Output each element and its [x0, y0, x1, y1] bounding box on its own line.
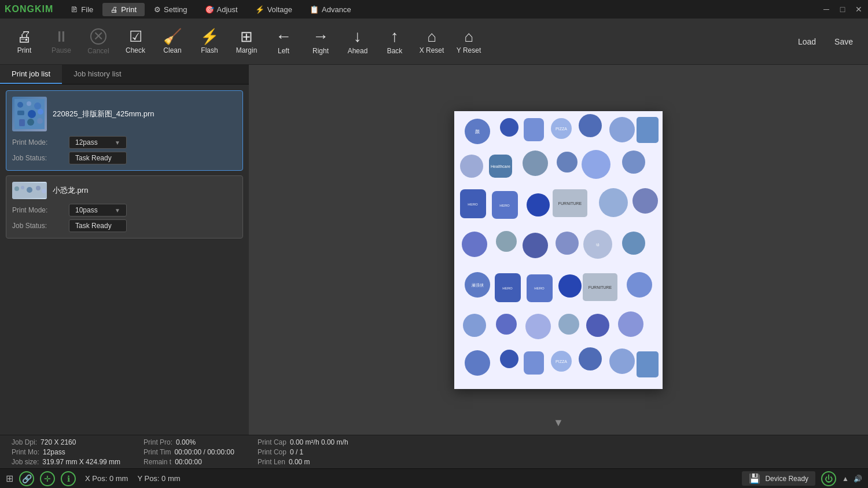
mode-value-2[interactable]: 10pass ▼ — [69, 204, 127, 217]
right-button[interactable]: → Right — [302, 21, 339, 62]
len-val: 0.00 m — [289, 458, 310, 466]
cap-val: 0.00 m²/h 0.00 m/h — [290, 438, 348, 446]
cancel-button[interactable]: ✕ Cancel — [80, 21, 117, 62]
job-item-2[interactable]: 小恐龙.prn Print Mode: 10pass ▼ Job Status:… — [6, 175, 243, 239]
left-button[interactable]: ← Left — [265, 21, 302, 62]
svg-point-24 — [609, 117, 635, 142]
status-bar: Job Dpi: 720 X 2160 Print Mo: 12pass Job… — [0, 435, 868, 468]
x-pos-label: X Pos: 0 mm — [85, 474, 128, 483]
xreset-icon: ⌂ — [427, 29, 436, 44]
svg-point-48 — [622, 232, 645, 255]
margin-button[interactable]: ⊞ Margin — [228, 21, 265, 62]
toolbar: 🖨 Print ⏸ Pause ✕ Cancel ☑ Check 🧹 Clean… — [0, 19, 868, 65]
size-key: Job size: — [12, 458, 39, 466]
back-button[interactable]: ↑ Back — [376, 21, 413, 62]
windows-start-icon[interactable]: ⊞ — [6, 473, 13, 484]
svg-point-5 — [28, 110, 36, 118]
remain-key: Remain t — [144, 458, 171, 466]
print-button[interactable]: 🖨 Print — [6, 21, 43, 62]
status-value-1: Task Ready — [69, 152, 127, 164]
mode-label-2: Print Mode: — [12, 206, 64, 214]
cap-key: Print Cap — [258, 438, 286, 446]
svg-point-64 — [618, 311, 643, 337]
svg-point-62 — [558, 314, 579, 335]
mode-val: 12pass — [43, 448, 65, 456]
check-label: Check — [126, 46, 145, 54]
svg-text:HERO: HERO — [468, 203, 478, 206]
svg-point-23 — [579, 114, 602, 137]
restore-button[interactable]: □ — [838, 5, 847, 14]
svg-point-40 — [599, 188, 628, 217]
svg-text:FURNITURE: FURNITURE — [558, 201, 582, 206]
device-status-label: Device Ready — [765, 475, 808, 483]
load-button[interactable]: Load — [789, 34, 825, 50]
progress-val: 0.00% — [176, 438, 196, 446]
minimize-button[interactable]: ─ — [822, 5, 831, 14]
left-label: Left — [278, 47, 289, 55]
nav-adjust-label: Adjust — [217, 5, 238, 14]
logo-kim: KIM — [35, 4, 53, 14]
save-button[interactable]: Save — [825, 34, 862, 50]
svg-point-42 — [462, 232, 487, 257]
speaker-icon: 🔊 — [854, 475, 862, 483]
app-logo: KONGKIM — [5, 4, 53, 14]
job-field-status-row-1: Job Status: Task Ready — [12, 152, 237, 164]
sys-tray: ▲ 🔊 — [842, 475, 862, 483]
left-panel: Print job list Job history list — [0, 65, 249, 435]
check-icon: ☑ — [129, 29, 142, 44]
power-button[interactable]: ⏻ — [821, 471, 836, 486]
pause-button[interactable]: ⏸ Pause — [43, 21, 80, 62]
main-area: Print job list Job history list — [0, 65, 868, 435]
flash-button[interactable]: ⚡ Flash — [191, 21, 228, 62]
job-item-1[interactable]: 220825_排版新图_425mm.prn Print Mode: 12pass… — [6, 90, 243, 171]
ahead-button[interactable]: ↓ Ahead — [339, 21, 376, 62]
job-field-mode-row-2: Print Mode: 10pass ▼ — [12, 204, 237, 217]
margin-label: Margin — [236, 46, 258, 54]
svg-text:PIZZA: PIZZA — [556, 359, 567, 364]
svg-rect-7 — [19, 119, 25, 126]
info-icon-button[interactable]: ℹ — [61, 471, 76, 486]
clean-button[interactable]: 🧹 Clean — [154, 21, 191, 62]
svg-point-31 — [582, 150, 610, 179]
ahead-label: Ahead — [348, 47, 368, 55]
nav-setting[interactable]: ⚙ Setting — [146, 3, 195, 16]
link-icon-button[interactable]: 🔗 — [19, 471, 34, 486]
svg-point-60 — [496, 314, 517, 335]
tab-job-history-list[interactable]: Job history list — [62, 65, 133, 84]
move-icon-button[interactable]: ✛ — [40, 471, 55, 486]
nav-print[interactable]: 🖨 Print — [102, 3, 145, 16]
nav-adjust[interactable]: 🎯 Adjust — [197, 3, 246, 16]
bottom-bar: ⊞ 🔗 ✛ ℹ X Pos: 0 mm Y Pos: 0 mm 💾 Device… — [0, 468, 868, 488]
move-icon: ✛ — [44, 474, 51, 483]
dpi-key: Job Dpi: — [12, 438, 37, 446]
close-button[interactable]: ✕ — [854, 5, 863, 14]
yreset-label: Y Reset — [457, 46, 481, 54]
mode-value-1[interactable]: 12pass ▼ — [69, 136, 127, 149]
nav-menu: 🖹 File 🖨 Print ⚙ Setting 🎯 Adjust ⚡ Volt… — [62, 3, 359, 16]
size-val: 319.97 mm X 424.99 mm — [42, 458, 120, 466]
nav-voltage[interactable]: ⚡ Voltage — [247, 3, 300, 16]
check-button[interactable]: ☑ Check — [117, 21, 154, 62]
print-preview: 颜 PIZZA Healthcare HERO — [454, 111, 663, 389]
svg-point-29 — [523, 151, 548, 176]
tab-bar: Print job list Job history list — [0, 65, 249, 85]
tab-print-job-list[interactable]: Print job list — [0, 65, 62, 84]
nav-file[interactable]: 🖹 File — [62, 3, 101, 16]
remain-val: 00:00:00 — [175, 458, 202, 466]
svg-rect-20 — [524, 118, 544, 141]
status-mode-row: Print Mo: 12pass — [12, 448, 120, 456]
xreset-button[interactable]: ⌂ X Reset — [413, 21, 450, 62]
svg-point-61 — [525, 314, 551, 339]
svg-text:颜: 颜 — [475, 129, 480, 134]
nav-print-label: Print — [121, 5, 137, 14]
window-controls: ─ □ ✕ — [822, 5, 863, 14]
svg-point-9 — [37, 118, 43, 124]
status-group-left: Job Dpi: 720 X 2160 Print Mo: 12pass Job… — [12, 438, 120, 466]
svg-rect-25 — [637, 117, 659, 143]
nav-advance[interactable]: 📋 Advance — [301, 3, 359, 16]
job-header-1: 220825_排版新图_425mm.prn — [12, 97, 237, 131]
progress-key: Print Pro: — [144, 438, 172, 446]
yreset-button[interactable]: ⌂ Y Reset — [450, 21, 487, 62]
storage-icon: 💾 — [749, 473, 760, 484]
status-dpi-row: Job Dpi: 720 X 2160 — [12, 438, 120, 446]
